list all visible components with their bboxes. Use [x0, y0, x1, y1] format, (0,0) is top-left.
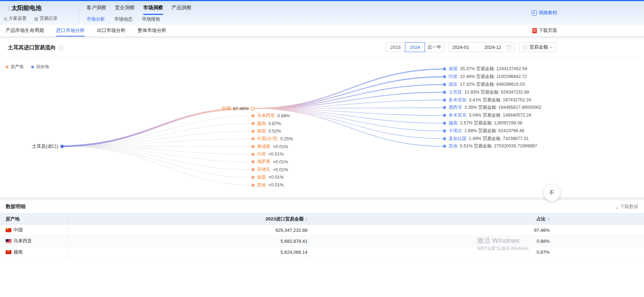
origin-node[interactable]: 柬埔寨 <0.01% — [251, 143, 293, 151]
year-2024-button[interactable]: 2024 — [405, 42, 425, 52]
destination-node[interactable]: 泰国 25.37% 贸易金额: 1244137452.59 — [443, 65, 542, 73]
nav-export-analysis[interactable]: 出口市场分析 — [97, 25, 126, 37]
origin-node[interactable]: 泰国 0.52% — [251, 127, 293, 135]
origin-node[interactable]: 中国(台湾) 0.25% — [251, 135, 293, 143]
destination-node-label: 多米尼克 — [449, 112, 466, 118]
origin-node-label: 越南 — [257, 121, 266, 127]
source-node-label: 土耳其(进口) — [32, 143, 58, 150]
plan-settings-link[interactable]: ◎ 方案设置 — [4, 16, 26, 22]
page-title: 太阳能电池 — [11, 4, 41, 12]
tab-customer-insight[interactable]: 客户洞察 — [87, 5, 106, 15]
destination-node-label: 孟加拉国 — [449, 136, 466, 142]
origin-node[interactable]: 越南 0.87% — [251, 120, 293, 128]
play-icon: ▶ — [532, 10, 537, 16]
destination-node-label: 卡塔尔 — [449, 128, 462, 134]
origin-node[interactable]: 其他 <0.01% — [251, 181, 293, 189]
destination-node[interactable]: 卡塔尔 1.68% 贸易金额: 82413796.48 — [443, 127, 542, 135]
origin-node-percent: 0.52% — [268, 129, 281, 134]
origin-node[interactable]: 俄罗斯 <0.01% — [251, 158, 293, 166]
destination-node[interactable]: 墨西哥 3.35% 贸易金额: 164465827.89000002 — [443, 104, 542, 112]
tab-competitor-insight[interactable]: 竞企洞察 — [115, 5, 135, 15]
origin-node-label: 印度 — [257, 151, 266, 157]
destination-node[interactable]: 多米尼加 3.41% 贸易金额: 167432752.24 — [443, 96, 542, 104]
origin-node-dot — [251, 114, 255, 117]
download-data-label: 下载数据 — [620, 203, 638, 210]
origin-node[interactable]: 印度 <0.01% — [251, 150, 293, 158]
download-data-link[interactable]: ↓ 下载数据 — [616, 203, 639, 210]
destination-node-label: 印度 — [449, 74, 457, 80]
row-share: 97.46% — [311, 225, 644, 235]
hub-node-percent: 97.46% — [233, 106, 249, 111]
table-row: 越南 5,624,066.14 0.87% — [0, 247, 644, 258]
download-icon: ↓ — [616, 205, 618, 209]
hub-node-label: 中国 — [222, 105, 231, 112]
destination-node[interactable]: 南非 17.32% 贸易金额: 849299615.03 — [443, 81, 542, 89]
destination-node-detail: 3.04% 贸易金额: 148840572.24 — [469, 112, 531, 118]
destination-node-dot — [443, 67, 446, 71]
column-header-amount[interactable]: 2023进口贸易金额 — [68, 213, 311, 224]
tab-product-insight[interactable]: 产品洞察 — [172, 5, 191, 15]
origin-node-dot — [251, 176, 255, 179]
data-detail-card: 数据明细 ↓ 下载数据 原产地 2023进口贸易金额 占比 中国 629,347… — [0, 200, 644, 297]
row-origin-name: 马来西亚 — [13, 238, 32, 244]
destination-node-label: 其他 — [449, 143, 457, 149]
origin-node[interactable]: 菲律宾 <0.01% — [251, 166, 293, 174]
back-chevron-icon[interactable]: 〈 — [4, 5, 10, 13]
destination-node-dot — [443, 75, 446, 78]
nav-import-analysis[interactable]: 进口市场分析 — [56, 25, 85, 37]
origin-node-dot — [251, 153, 255, 156]
nav-product-lifecycle[interactable]: 产品市场生命周期 — [6, 25, 44, 37]
sort-icon[interactable] — [305, 217, 307, 221]
windows-activation-watermark-sub: 转到“设置”以激活 Windows。 — [477, 246, 532, 252]
hub-node[interactable]: 中国 97.46% — [199, 105, 255, 112]
origin-node-label: 柬埔寨 — [257, 144, 271, 150]
origin-node-label: 马来西亚 — [257, 113, 275, 119]
destination-node[interactable]: 越南 2.57% 贸易金额: 126097298.08 — [443, 119, 542, 127]
destination-node[interactable]: 印度 22.44% 贸易金额: 1100296842.72 — [443, 73, 542, 81]
destination-node[interactable]: 多米尼克 3.04% 贸易金额: 148840572.24 — [443, 112, 542, 119]
destination-node-dot — [443, 91, 446, 94]
tab-market-insight[interactable]: 市场洞察 — [143, 5, 163, 15]
origin-node[interactable]: 德国 <0.01% — [251, 174, 293, 181]
destination-node-detail: 1.68% 贸易金额: 82413796.48 — [465, 128, 524, 134]
pdf-icon — [532, 28, 537, 33]
column-header-share[interactable]: 占比 — [311, 213, 644, 224]
origin-node-list: 马来西亚 0.88% 越南 0.87% 泰国 0.52% 中国(台湾) 0.25… — [251, 112, 293, 189]
trade-records-link[interactable]: ▤ 贸易记录 — [34, 16, 57, 22]
subtab-market-analysis[interactable]: 市场分析 — [87, 16, 105, 22]
origin-node-dot — [251, 130, 255, 133]
origin-node-percent: <0.01% — [268, 175, 284, 180]
destination-node-label: 多米尼加 — [449, 97, 466, 103]
origin-node[interactable]: 马来西亚 0.88% — [251, 112, 293, 120]
destination-node[interactable]: 孟加拉国 1.49% 贸易金额: 73236877.31 — [443, 135, 542, 142]
source-node[interactable]: 土耳其(进口) — [14, 142, 64, 150]
destination-node-label: 墨西哥 — [449, 105, 462, 111]
top-accent-line — [0, 0, 644, 1]
sort-icon[interactable] — [548, 217, 550, 221]
destination-node-detail: 22.44% 贸易金额: 1100296842.72 — [460, 74, 527, 80]
flow-curves — [0, 38, 644, 197]
trade-records-label: 贸易记录 — [40, 16, 57, 22]
secondary-nav: 产品市场生命周期 进口市场分析 出口市场分析 整体市场分析 下载页面 — [0, 25, 644, 37]
vietnam-flag-icon — [6, 250, 11, 254]
table-row: 中国 629,347,232.88 97.46% — [0, 225, 644, 236]
row-amount: 629,347,232.88 — [68, 225, 311, 235]
destination-node-detail: 2.57% 贸易金额: 126097298.08 — [460, 120, 522, 126]
download-page-link[interactable]: 下载页面 — [532, 27, 557, 34]
destination-node[interactable]: 其他 5.51% 贸易金额: 270320035.71999997 — [443, 142, 542, 150]
origin-node-percent: <0.01% — [273, 167, 288, 172]
destination-node-detail: 5.51% 贸易金额: 270320035.71999997 — [460, 143, 537, 149]
subtab-market-dynamics[interactable]: 市场动态 — [114, 16, 133, 22]
row-amount: 5,624,066.14 — [68, 247, 311, 257]
subtab-market-report[interactable]: 市场报告 — [142, 16, 160, 22]
video-tutorial-link[interactable]: ▶ 视频教程 — [532, 10, 557, 16]
origin-node-dot — [251, 137, 255, 140]
destination-node[interactable]: 土耳其 12.83% 贸易金额: 629347232.88 — [443, 88, 542, 96]
table-header-row: 原产地 2023进口贸易金额 占比 — [0, 213, 644, 225]
hub-node-dot — [251, 107, 255, 111]
floating-widget-button[interactable]: 不 — [544, 185, 560, 201]
destination-node-detail: 3.35% 贸易金额: 164465827.89000002 — [465, 105, 542, 111]
origin-node-dot — [251, 145, 255, 148]
destination-node-label: 南非 — [449, 82, 457, 88]
nav-overall-analysis[interactable]: 整体市场分析 — [138, 25, 166, 37]
